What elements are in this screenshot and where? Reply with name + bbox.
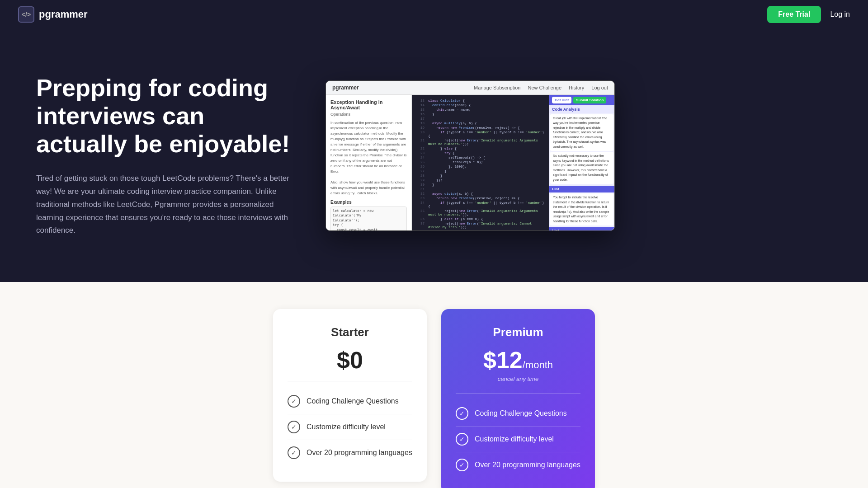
- logo-text: pgrammer: [39, 9, 88, 20]
- app-challenge-subtitle: Operations: [330, 112, 407, 117]
- premium-feature-2: ✓ Customize difficulty level: [456, 427, 580, 452]
- app-window: pgrammer Manage Subscription New Challen…: [326, 80, 615, 231]
- starter-feature-1: ✓ Coding Challenge Questions: [288, 389, 412, 414]
- navbar: </> pgrammer Free Trial Log in: [0, 0, 868, 29]
- check-icon-p3: ✓: [456, 459, 468, 471]
- check-icon-p1: ✓: [456, 407, 468, 420]
- free-trial-button[interactable]: Free Trial: [767, 6, 821, 23]
- nav-right: Free Trial Log in: [767, 6, 850, 23]
- hint-label-1: Hint: [549, 186, 614, 192]
- starter-feature-3: ✓ Over 20 programming languages: [288, 440, 412, 465]
- starter-card: Starter $0 ✓ Coding Challenge Questions …: [273, 309, 427, 482]
- premium-cancel-note: cancel any time: [456, 375, 580, 382]
- code-content: 13class Calculator { 14 constructor(name…: [412, 95, 549, 230]
- logo-icon: </>: [18, 6, 34, 23]
- premium-feature-1: ✓ Coding Challenge Questions: [456, 401, 580, 427]
- login-button[interactable]: Log in: [830, 10, 850, 19]
- check-icon-1: ✓: [288, 395, 300, 408]
- code-analysis-content2: It's actually not necessary to use the a…: [550, 152, 613, 184]
- hero-section: Prepping for coding interviews can actua…: [0, 29, 868, 282]
- app-nav-logout[interactable]: Log out: [591, 85, 608, 90]
- pricing-section: Starter $0 ✓ Coding Challenge Questions …: [0, 282, 868, 488]
- get-hint-button[interactable]: Get Hint: [552, 97, 571, 103]
- premium-plan-price: $12/month: [456, 347, 580, 374]
- app-logo: pgrammer: [332, 84, 359, 91]
- hero-text-block: Prepping for coding interviews can actua…: [36, 74, 298, 238]
- code-analysis-label: Code Analysis: [549, 105, 614, 113]
- app-left-panel: Exception Handling in Async/Await Operat…: [326, 95, 412, 230]
- premium-plan-name: Premium: [456, 325, 580, 339]
- starter-plan-name: Starter: [288, 325, 412, 339]
- app-nav-manage[interactable]: Manage Subscription: [474, 85, 520, 90]
- check-icon-p2: ✓: [456, 433, 468, 446]
- submit-solution-button[interactable]: Submit Solution: [573, 97, 606, 103]
- starter-plan-price: $0: [288, 347, 412, 374]
- app-nav-items: Manage Subscription New Challenge Histor…: [474, 85, 608, 90]
- pricing-cards-container: Starter $0 ✓ Coding Challenge Questions …: [36, 309, 832, 488]
- app-code-editor: 13class Calculator { 14 constructor(name…: [412, 95, 549, 230]
- app-example-box: let calculator = new Calculator('My Calc…: [330, 206, 407, 230]
- premium-feature-3: ✓ Over 20 programming languages: [456, 452, 580, 478]
- hint-label-2: Hint: [549, 227, 614, 230]
- logo: </> pgrammer: [18, 6, 88, 23]
- hero-app-screenshot: pgrammer Manage Subscription New Challen…: [326, 80, 615, 231]
- app-action-bar: Get Hint Submit Solution: [549, 95, 614, 105]
- app-topbar: pgrammer Manage Subscription New Challen…: [326, 81, 614, 95]
- premium-card: Premium $12/month cancel any time ✓ Codi…: [441, 309, 595, 488]
- code-analysis-content: Great job with the implementation! The w…: [550, 114, 613, 151]
- hero-description: Tired of getting stuck on those tough Le…: [36, 172, 298, 237]
- check-icon-3: ✓: [288, 446, 300, 459]
- hint-content-1: You forgot to include the resolve statem…: [550, 193, 613, 225]
- app-right-panel: Get Hint Submit Solution Code Analysis G…: [549, 95, 614, 230]
- app-nav-history[interactable]: History: [569, 85, 584, 90]
- app-nav-new[interactable]: New Challenge: [528, 85, 561, 90]
- app-challenge-title: Exception Handling in Async/Await: [330, 99, 407, 110]
- app-content: Exception Handling in Async/Await Operat…: [326, 95, 614, 230]
- hero-title: Prepping for coding interviews can actua…: [36, 74, 298, 158]
- starter-feature-2: ✓ Customize difficulty level: [288, 414, 412, 440]
- app-examples-title: Examples: [330, 200, 407, 205]
- check-icon-2: ✓: [288, 421, 300, 433]
- app-challenge-body: In continuation of the previous question…: [330, 120, 407, 196]
